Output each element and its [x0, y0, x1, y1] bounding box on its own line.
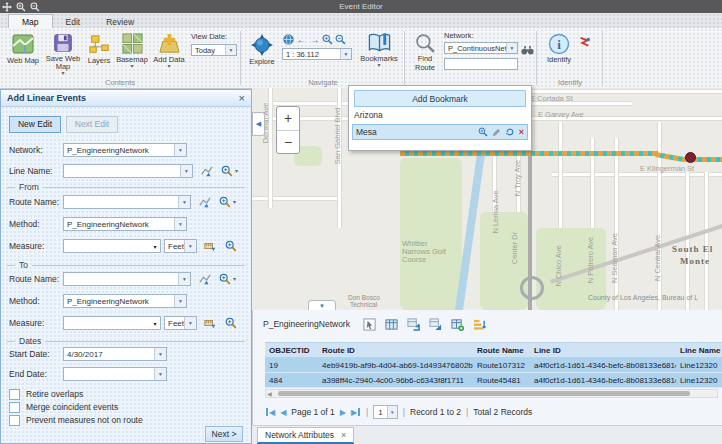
new-edit-button[interactable]: New Edit: [9, 116, 61, 133]
to-route-name-select[interactable]: ▾: [63, 272, 191, 286]
clear-identify-results-icon[interactable]: [578, 37, 590, 49]
explore-button[interactable]: Explore: [246, 33, 278, 66]
start-date-select[interactable]: 4/30/2017 ▾: [63, 347, 167, 361]
column-header[interactable]: OBJECTID: [265, 346, 318, 355]
zoom-to-route-icon[interactable]: ▾: [219, 273, 236, 285]
delete-bookmark-icon[interactable]: ×: [519, 127, 524, 137]
map-zoom-out-button[interactable]: −: [277, 131, 299, 154]
column-header[interactable]: Route ID: [318, 346, 473, 355]
add-data-button[interactable]: Add Data ▾: [150, 32, 188, 69]
table-row[interactable]: 484 a398ff4c-2940-4c00-96b6-c6343f8f1711…: [265, 373, 722, 388]
close-tab-icon[interactable]: ×: [341, 430, 346, 440]
related-records-icon[interactable]: [407, 318, 420, 331]
to-method-select[interactable]: P_EngineeringNetwork ▾: [63, 294, 187, 308]
web-map-button[interactable]: Web Map: [4, 32, 42, 65]
zoom-to-measure-icon[interactable]: [225, 240, 237, 252]
collapse-table-button[interactable]: ▼: [308, 300, 336, 310]
line-name-select[interactable]: ▾: [63, 164, 193, 178]
tab-map[interactable]: Map: [8, 14, 53, 28]
select-line-on-map-icon[interactable]: [201, 165, 213, 177]
first-page-button[interactable]: ◀: [265, 408, 275, 417]
column-header[interactable]: Route Name: [473, 346, 530, 355]
to-units-select[interactable]: Feet ▾: [164, 316, 197, 330]
to-measure-input[interactable]: ▾: [63, 316, 161, 330]
edit-bookmark-icon[interactable]: [492, 128, 501, 137]
measure-on-map-icon[interactable]: [204, 317, 216, 329]
caret-down-icon: ▾: [387, 406, 397, 418]
view-date-select[interactable]: Today ▾: [191, 44, 237, 56]
last-page-button[interactable]: ▶: [351, 408, 361, 417]
network-select[interactable]: P_EngineeringNetwork ▾: [63, 143, 187, 157]
show-attribute-table-icon[interactable]: [385, 318, 398, 331]
bookmark-item-arizona[interactable]: Arizona: [354, 108, 383, 121]
zoom-in-map-icon[interactable]: [321, 33, 334, 45]
layers-button[interactable]: Layers: [84, 34, 114, 65]
from-route-name-select[interactable]: ▾: [63, 195, 191, 209]
table-row[interactable]: 19 4eb9419b-af9b-4d04-ab69-1d493476802b …: [265, 358, 722, 373]
next-edit-button[interactable]: Next Edit: [66, 116, 118, 133]
scroll-left-icon[interactable]: ◀: [267, 390, 272, 397]
record-total: Total 2 Records: [473, 407, 532, 417]
end-date-select[interactable]: ▾: [63, 367, 167, 381]
tab-edit[interactable]: Edit: [53, 15, 94, 28]
from-units-select[interactable]: Feet ▾: [164, 239, 197, 253]
layers-icon: [88, 34, 110, 56]
next-button[interactable]: Next >: [205, 426, 243, 442]
zoom-to-line-icon[interactable]: ▾: [221, 165, 238, 177]
retire-overlaps-checkbox[interactable]: [9, 389, 20, 400]
map-zoom-in-button[interactable]: +: [277, 107, 299, 131]
binoculars-icon[interactable]: [521, 44, 534, 56]
horizontal-scrollbar[interactable]: ◀: [265, 389, 718, 398]
collapse-left-panel-button[interactable]: ◀: [252, 112, 265, 136]
select-route-on-map-icon[interactable]: [199, 273, 211, 285]
map-scale-select[interactable]: 1 : 36.112 ▾: [282, 48, 352, 60]
select-records-icon[interactable]: [363, 318, 376, 331]
column-header[interactable]: Line ID: [530, 346, 676, 355]
from-measure-input[interactable]: ▾: [63, 239, 161, 253]
street: [704, 172, 709, 310]
zoom-to-measure-icon[interactable]: [225, 317, 237, 329]
bookmarks-button[interactable]: Bookmarks ▾: [358, 32, 400, 68]
prevent-measures-checkbox[interactable]: [9, 415, 20, 426]
close-panel-icon[interactable]: ×: [239, 92, 245, 104]
zoom-to-route-icon[interactable]: ▾: [219, 196, 236, 208]
caret-down-icon: ▾: [174, 295, 186, 307]
refresh-bookmark-icon[interactable]: [505, 127, 515, 137]
street: [252, 196, 337, 201]
select-route-on-map-icon[interactable]: [199, 196, 211, 208]
previous-extent-icon[interactable]: ←: [295, 33, 308, 45]
column-header[interactable]: Line Name: [676, 346, 722, 355]
bookmark-item-mesa[interactable]: Mesa ×: [352, 124, 528, 140]
merge-coincident-events-checkbox[interactable]: [9, 402, 20, 413]
caret-down-icon: ▾: [506, 43, 517, 53]
save-web-map-button[interactable]: Save Web Map ▾: [44, 32, 82, 76]
zoom-to-bookmark-icon[interactable]: [478, 127, 488, 137]
next-page-button[interactable]: ▶: [340, 408, 346, 417]
sort-records-icon[interactable]: [473, 318, 486, 331]
caret-down-icon: ▾: [340, 49, 351, 59]
navigate-controls: ← → 1 : 36.112 ▾: [282, 33, 354, 60]
full-extent-icon[interactable]: [282, 33, 295, 45]
find-route-network-select[interactable]: P_ContinuousNetwork ▾: [444, 42, 518, 54]
tab-network-attributes[interactable]: Network Attributes ×: [257, 427, 354, 444]
scrollbar-thumb[interactable]: [278, 391, 690, 396]
event-editor-window: Event Editor Map Edit Review Web Map Sav…: [0, 0, 722, 444]
page-number-select[interactable]: 1 ▾: [373, 405, 397, 419]
group-separator: [404, 31, 405, 85]
from-method-label: Method:: [9, 219, 63, 229]
caret-down-icon: ▾: [235, 169, 238, 174]
measure-on-map-icon[interactable]: [204, 240, 216, 252]
basemap-button[interactable]: Basemap ▾: [114, 32, 150, 69]
from-method-select[interactable]: P_EngineeringNetwork ▾: [63, 217, 187, 231]
find-route-input[interactable]: [444, 58, 518, 70]
related-tables-icon[interactable]: [429, 318, 442, 331]
add-bookmark-button[interactable]: Add Bookmark: [354, 90, 526, 107]
city-label: South El: [672, 244, 713, 254]
identify-button[interactable]: i Identify: [542, 33, 576, 64]
previous-page-button[interactable]: ◀: [280, 408, 286, 417]
find-route-button[interactable]: Find Route: [408, 33, 442, 72]
add-to-table-icon[interactable]: [451, 318, 464, 331]
next-extent-icon[interactable]: →: [308, 33, 321, 45]
zoom-out-map-icon[interactable]: [334, 33, 347, 45]
tab-review[interactable]: Review: [93, 15, 147, 28]
